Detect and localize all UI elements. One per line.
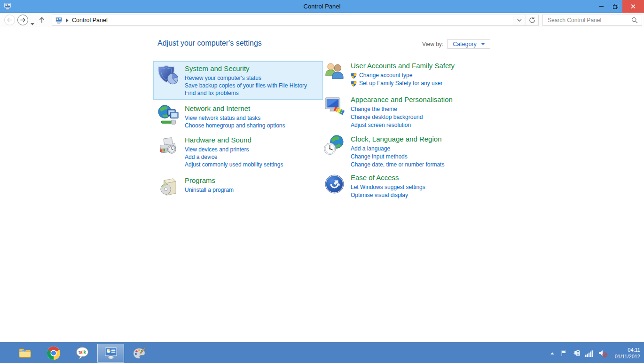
link-optimise-visual-display[interactable]: Optimise visual display <box>351 191 425 199</box>
taskbar-item-control-panel[interactable] <box>97 344 124 363</box>
forward-button[interactable] <box>17 15 28 25</box>
link-label: Change the theme <box>351 105 397 113</box>
breadcrumb-arrow-icon[interactable] <box>66 18 69 23</box>
close-button[interactable]: ✕ <box>622 0 644 13</box>
link-label: Set up Family Safety for any user <box>359 79 442 87</box>
link-label: Optimise visual display <box>351 191 408 199</box>
category-title-network-and-internet[interactable]: Network and Internet <box>185 104 285 113</box>
category-text: Ease of AccessLet Windows suggest settin… <box>351 173 425 199</box>
link-label: Find and fix problems <box>185 89 239 97</box>
category-system-and-security: System and SecurityReview your computer'… <box>153 61 323 100</box>
category-title-clock-language-and-region[interactable]: Clock, Language and Region <box>351 134 444 144</box>
minimize-button[interactable] <box>594 0 608 13</box>
category-text: Network and InternetView network status … <box>185 104 285 129</box>
link-change-account-type[interactable]: Change account type <box>351 71 455 79</box>
google-talk-icon: talk <box>75 346 89 360</box>
uac-shield-icon <box>351 80 357 87</box>
link-label: Add a device <box>185 153 217 161</box>
user-accounts-icon[interactable] <box>323 61 346 83</box>
breadcrumb: Control Panel <box>52 15 513 25</box>
link-view-network-status-and-tasks[interactable]: View network status and tasks <box>185 114 285 122</box>
clock[interactable]: 04:11 01/11/2012 <box>615 347 640 360</box>
category-title-hardware-and-sound[interactable]: Hardware and Sound <box>185 135 283 145</box>
tray-time: 04:11 <box>615 347 640 353</box>
link-change-desktop-background[interactable]: Change desktop background <box>351 113 453 121</box>
link-label: View network status and tasks <box>185 114 260 122</box>
link-find-and-fix-problems[interactable]: Find and fix problems <box>185 89 307 97</box>
recent-pages-button[interactable] <box>31 19 34 27</box>
title-bar: Control Panel ✕ <box>0 0 644 13</box>
hardware-sound-icon[interactable] <box>157 135 180 158</box>
appearance-icon[interactable] <box>323 95 346 117</box>
file-explorer-icon <box>18 346 32 360</box>
refresh-button[interactable] <box>526 15 538 25</box>
restore-icon <box>613 4 618 9</box>
restore-button[interactable] <box>608 0 622 13</box>
network-signal-icon[interactable] <box>585 350 593 357</box>
refresh-icon <box>529 17 535 24</box>
forward-icon <box>20 17 26 23</box>
taskbar-item-paint[interactable] <box>126 344 153 363</box>
up-button[interactable] <box>39 16 45 25</box>
address-bar[interactable]: Control Panel <box>52 15 539 26</box>
category-title-programs[interactable]: Programs <box>185 176 234 185</box>
category-appearance-and-personalisation: Appearance and PersonalisationChange the… <box>323 95 509 129</box>
category-text: Appearance and PersonalisationChange the… <box>351 95 453 129</box>
taskbar-item-google-talk[interactable]: talk <box>69 344 95 363</box>
search-input[interactable] <box>547 16 631 24</box>
breadcrumb-item[interactable]: Control Panel <box>72 17 108 24</box>
clock-region-icon[interactable] <box>323 134 346 157</box>
category-text: User Accounts and Family SafetyChange ac… <box>351 61 455 87</box>
system-security-icon[interactable] <box>157 64 180 86</box>
link-adjust-commonly-used-mobility-settings[interactable]: Adjust commonly used mobility settings <box>185 161 283 168</box>
address-dropdown-button[interactable] <box>513 15 526 25</box>
link-change-input-methods[interactable]: Change input methods <box>351 153 444 161</box>
category-title-ease-of-access[interactable]: Ease of Access <box>351 173 425 182</box>
taskbar-item-chrome[interactable] <box>40 344 67 363</box>
power-plug-icon[interactable] <box>573 349 580 357</box>
link-let-windows-suggest-settings[interactable]: Let Windows suggest settings <box>351 183 425 191</box>
view-by-dropdown[interactable]: Category <box>448 39 490 49</box>
link-change-date-time-or-number-formats[interactable]: Change date, time or number formats <box>351 161 444 169</box>
link-label: Adjust screen resolution <box>351 121 411 129</box>
programs-icon[interactable] <box>157 176 180 198</box>
navigation-bar: Control Panel <box>0 13 644 27</box>
desktop: { "window": { "title": "Control Panel", … <box>0 0 644 363</box>
search-box[interactable] <box>542 15 642 26</box>
search-icon[interactable] <box>631 17 638 24</box>
link-change-the-theme[interactable]: Change the theme <box>351 105 453 113</box>
ease-of-access-icon[interactable] <box>323 173 346 195</box>
link-save-backup-copies-of-your-files-with-file-history[interactable]: Save backup copies of your files with Fi… <box>185 82 307 89</box>
link-uninstall-a-program[interactable]: Uninstall a program <box>185 186 234 194</box>
link-view-devices-and-printers[interactable]: View devices and printers <box>185 146 283 153</box>
category-column-left: System and SecurityReview your computer'… <box>157 61 323 205</box>
category-hardware-and-sound: Hardware and SoundView devices and print… <box>157 135 323 168</box>
tray-date: 01/11/2012 <box>615 353 640 360</box>
back-button[interactable] <box>4 15 15 25</box>
taskbar-item-file-explorer[interactable] <box>11 344 38 363</box>
category-ease-of-access: Ease of AccessLet Windows suggest settin… <box>323 173 509 199</box>
chevron-up-icon[interactable] <box>550 351 555 356</box>
link-label: View devices and printers <box>185 146 249 153</box>
svg-text:talk: talk <box>78 350 86 355</box>
view-by-value: Category <box>453 41 477 47</box>
link-add-a-language[interactable]: Add a language <box>351 145 444 153</box>
network-internet-icon[interactable] <box>157 104 180 126</box>
category-title-user-accounts-and-family-safety[interactable]: User Accounts and Family Safety <box>351 61 455 71</box>
volume-muted-icon[interactable] <box>598 349 607 357</box>
uac-shield-icon <box>351 72 357 79</box>
action-center-flag-icon[interactable] <box>560 349 567 357</box>
category-network-and-internet: Network and InternetView network status … <box>157 104 323 129</box>
link-add-a-device[interactable]: Add a device <box>185 153 283 161</box>
link-set-up-family-safety-for-any-user[interactable]: Set up Family Safety for any user <box>351 79 455 87</box>
link-label: Let Windows suggest settings <box>351 183 425 191</box>
link-adjust-screen-resolution[interactable]: Adjust screen resolution <box>351 121 453 129</box>
category-clock-language-and-region: Clock, Language and RegionAdd a language… <box>323 134 509 169</box>
category-title-appearance-and-personalisation[interactable]: Appearance and Personalisation <box>351 95 453 104</box>
window-controls: ✕ <box>594 0 644 13</box>
link-choose-homegroup-and-sharing-options[interactable]: Choose homegroup and sharing options <box>185 122 285 129</box>
chrome-icon <box>47 346 61 360</box>
link-review-your-computer-s-status[interactable]: Review your computer's status <box>185 74 307 82</box>
address-dropdown-icon <box>517 19 522 22</box>
category-title-system-and-security[interactable]: System and Security <box>185 64 307 73</box>
